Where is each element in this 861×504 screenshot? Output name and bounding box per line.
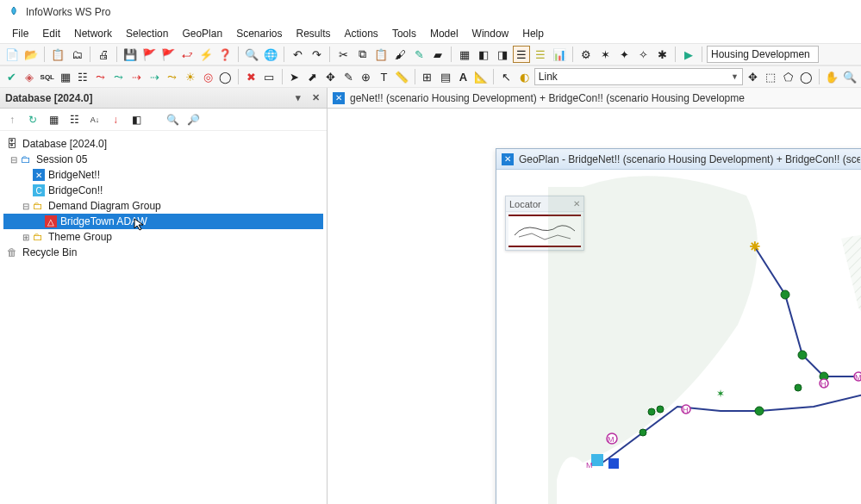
window4-icon[interactable]: ☰ (513, 46, 530, 63)
document-tab[interactable]: ✕ geNet!! (scenario Housing Development)… (328, 88, 861, 109)
chart-icon[interactable]: 📊 (551, 46, 568, 63)
map-node[interactable] (640, 429, 646, 436)
pointer2-icon[interactable]: ⬈ (304, 68, 321, 85)
new-icon[interactable]: 📄 (3, 46, 21, 63)
grid2-icon[interactable]: ⊞ (420, 68, 436, 85)
window2-icon[interactable]: ◧ (475, 46, 492, 63)
copy2-icon[interactable]: ⧉ (353, 46, 371, 63)
menu-window[interactable]: Window (465, 26, 516, 41)
search-icon[interactable]: 🔍 (243, 46, 260, 63)
commit-icon[interactable]: 🚩 (140, 46, 158, 63)
database-tree[interactable]: 🗄 Database [2024.0] ⊟ 🗀 Session 05 ✕ Bri… (0, 131, 327, 265)
zoom-target-icon[interactable]: ✥ (745, 68, 761, 85)
geoplan-map[interactable]: Locator ✕ (496, 170, 861, 504)
zoom-poly-icon[interactable]: ⬠ (780, 68, 796, 85)
menu-results[interactable]: Results (290, 26, 338, 41)
target-icon[interactable]: ◎ (200, 68, 216, 85)
gear3-icon[interactable]: ✦ (615, 46, 633, 63)
trace4-icon[interactable]: ⇢ (147, 68, 163, 85)
map-node[interactable]: ✳ (750, 240, 760, 253)
tree-recycle-bin[interactable]: 🗑 Recycle Bin (3, 245, 323, 260)
fill-icon[interactable]: ▰ (429, 46, 446, 63)
panel-close-icon[interactable]: ✕ (309, 92, 321, 103)
menu-tools[interactable]: Tools (385, 26, 423, 41)
help-icon[interactable]: ❓ (216, 46, 234, 63)
filter-icon[interactable]: ◧ (128, 111, 145, 128)
results-icon[interactable]: ☰ (532, 46, 549, 63)
map-node[interactable] (795, 384, 802, 391)
grid-icon[interactable]: ▦ (57, 68, 73, 85)
collapse-icon[interactable]: ⊟ (21, 202, 31, 211)
gear2-icon[interactable]: ✶ (596, 46, 614, 63)
gear-icon[interactable]: ⚙ (577, 46, 595, 63)
diamond-icon[interactable]: ◈ (22, 68, 38, 85)
scenario-dropdown[interactable]: Housing Developmen (707, 46, 819, 63)
trace2-icon[interactable]: ⤳ (110, 68, 127, 85)
tree-demand-group[interactable]: ⊟ 🗀 Demand Diagram Group (3, 198, 323, 214)
pan-icon[interactable]: ✋ (824, 68, 840, 85)
text-icon[interactable]: T (376, 68, 392, 85)
select-rect-icon[interactable]: ▭ (261, 68, 278, 85)
tree-root[interactable]: 🗄 Database [2024.0] (3, 136, 323, 152)
tree-bridgecon[interactable]: C BridgeCon!! (3, 183, 323, 198)
paste2-icon[interactable]: 📋 (372, 46, 390, 63)
open-icon[interactable]: 📂 (22, 46, 40, 63)
db-find-icon[interactable]: 🔎 (184, 111, 202, 128)
save-icon[interactable]: 💾 (122, 46, 139, 63)
zoom-icon[interactable]: 🔍 (841, 68, 858, 85)
zoom-lasso-icon[interactable]: ◯ (798, 68, 814, 85)
flag-green-icon[interactable]: 🚩 (159, 46, 177, 63)
grid-view-icon[interactable]: ☷ (66, 111, 83, 128)
tree-session[interactable]: ⊟ 🗀 Session 05 (3, 152, 323, 167)
geoplan-window[interactable]: ✕ GeoPlan - BridgeNet!! (scenario Housin… (496, 148, 861, 504)
copy-icon[interactable]: 📋 (49, 46, 66, 63)
brush-icon[interactable]: 🖌 (391, 46, 409, 63)
redo-icon[interactable]: ↷ (308, 46, 325, 63)
table-icon[interactable]: ☷ (75, 68, 91, 85)
map-node[interactable] (657, 406, 664, 413)
validate-icon[interactable]: ⚡ (197, 46, 215, 63)
circle-icon[interactable]: ◯ (218, 68, 234, 85)
tree-theme-group[interactable]: ⊞ 🗀 Theme Group (3, 229, 323, 245)
sort-icon[interactable]: ↓ (107, 111, 124, 128)
expand-icon[interactable]: ⊞ (21, 233, 31, 242)
network-map[interactable]: ✳ M ✳ ✶ H M (548, 170, 861, 504)
info-icon[interactable]: ◐ (516, 68, 533, 85)
menu-geoplan[interactable]: GeoPlan (175, 26, 229, 41)
sort-az-icon[interactable]: A↓ (86, 111, 103, 128)
add-node-icon[interactable]: ⊕ (359, 68, 375, 85)
globe-icon[interactable]: 🌐 (262, 46, 279, 63)
menu-network[interactable]: Network (67, 26, 119, 41)
trace5-icon[interactable]: ⤳ (164, 68, 180, 85)
ruler-icon[interactable]: 📐 (473, 68, 490, 85)
menu-selection[interactable]: Selection (119, 26, 175, 41)
cut-icon[interactable]: ✂ (334, 46, 352, 63)
object-type-dropdown[interactable]: Link ▼ (534, 68, 743, 85)
menu-model[interactable]: Model (423, 26, 465, 41)
up-arrow-icon[interactable]: ↑ (3, 111, 21, 128)
map-node[interactable] (648, 408, 655, 415)
menu-actions[interactable]: Actions (338, 26, 385, 41)
menu-scenarios[interactable]: Scenarios (229, 26, 289, 41)
panel-dropdown-icon[interactable]: ▾ (292, 92, 304, 103)
delete-icon[interactable]: ✖ (243, 68, 259, 85)
paste-icon[interactable]: 🗂 (68, 46, 85, 63)
new-folder-icon[interactable]: ▦ (45, 111, 62, 128)
collapse-icon[interactable]: ⊟ (9, 155, 19, 165)
zoom-select-icon[interactable]: ⬚ (763, 68, 779, 85)
menu-edit[interactable]: Edit (35, 26, 67, 41)
map-node[interactable] (755, 407, 764, 415)
menu-file[interactable]: File (5, 26, 35, 41)
run-icon[interactable]: ▶ (680, 46, 697, 63)
window1-icon[interactable]: ▦ (456, 46, 473, 63)
db-search-icon[interactable]: 🔍 (164, 111, 181, 128)
map-node[interactable] (798, 351, 807, 359)
measure-icon[interactable]: 📏 (394, 68, 410, 85)
sun-icon[interactable]: ☀ (182, 68, 198, 85)
trace3-icon[interactable]: ⇢ (128, 68, 145, 85)
gear4-icon[interactable]: ✧ (634, 46, 652, 63)
trace1-icon[interactable]: ⤳ (93, 68, 109, 85)
edit-node-icon[interactable]: ✎ (340, 68, 357, 85)
tree-bridgenet[interactable]: ✕ BridgeNet!! (3, 167, 323, 183)
font-icon[interactable]: A (455, 68, 471, 85)
